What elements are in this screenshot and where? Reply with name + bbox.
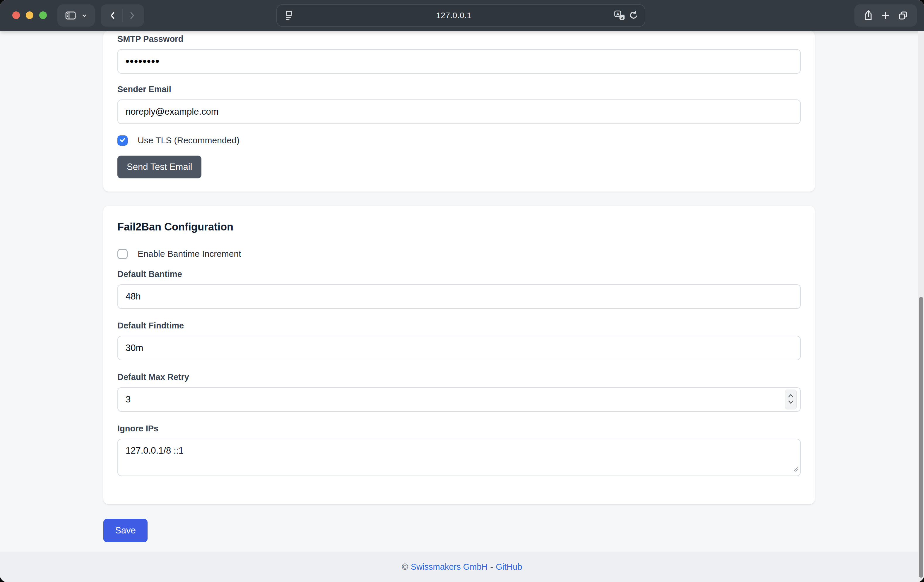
save-button[interactable]: Save xyxy=(103,519,148,542)
use-tls-checkbox[interactable] xyxy=(117,135,128,146)
minimize-window-button[interactable] xyxy=(26,12,33,19)
url-text[interactable]: 127.0.0.1 xyxy=(294,11,614,20)
stepper-up-icon[interactable] xyxy=(787,393,794,399)
smtp-password-label: SMTP Password xyxy=(117,34,801,44)
browser-window: 127.0.0.1 A a xyxy=(0,0,924,582)
send-test-email-button[interactable]: Send Test Email xyxy=(117,156,201,178)
reload-icon[interactable] xyxy=(628,10,639,21)
smtp-password-input[interactable] xyxy=(117,49,801,74)
default-findtime-label: Default Findtime xyxy=(117,321,801,330)
tab-overview-icon[interactable] xyxy=(898,10,908,20)
smtp-settings-card: SMTP Password Sender Email Use TLS (Reco… xyxy=(103,31,815,192)
checkmark-icon xyxy=(119,136,127,145)
scrollbar-track[interactable] xyxy=(918,31,924,582)
default-max-retry-input[interactable] xyxy=(117,387,801,412)
zoom-window-button[interactable] xyxy=(39,12,47,19)
default-bantime-input[interactable] xyxy=(117,284,801,309)
nav-button-group xyxy=(101,4,144,26)
chevron-down-icon xyxy=(81,12,88,19)
svg-text:a: a xyxy=(621,15,623,20)
page-footer: © Swissmakers GmbH - GitHub xyxy=(0,552,924,582)
sender-email-label: Sender Email xyxy=(117,84,801,94)
github-link[interactable]: GitHub xyxy=(496,562,522,572)
toolbar-right-group xyxy=(854,4,917,26)
page-settings-icon[interactable] xyxy=(284,10,294,21)
new-tab-icon[interactable] xyxy=(881,11,890,20)
ignore-ips-label: Ignore IPs xyxy=(117,424,801,433)
default-bantime-label: Default Bantime xyxy=(117,269,801,279)
default-max-retry-label: Default Max Retry xyxy=(117,372,801,382)
back-button[interactable] xyxy=(103,10,122,20)
translate-icon[interactable]: A a xyxy=(614,10,627,21)
sidebar-toggle-button[interactable] xyxy=(58,4,95,26)
address-bar[interactable]: 127.0.0.1 A a xyxy=(276,4,645,26)
fail2ban-title: Fail2Ban Configuration xyxy=(117,220,801,233)
stepper-down-icon[interactable] xyxy=(787,400,794,406)
bantime-increment-checkbox[interactable] xyxy=(117,249,128,259)
browser-toolbar: 127.0.0.1 A a xyxy=(0,0,924,31)
sender-email-input[interactable] xyxy=(117,99,801,124)
fail2ban-card: Fail2Ban Configuration Enable Bantime In… xyxy=(103,206,815,504)
close-window-button[interactable] xyxy=(12,12,20,19)
use-tls-label: Use TLS (Recommended) xyxy=(138,135,239,145)
footer-separator: - xyxy=(490,562,493,572)
company-link[interactable]: Swissmakers GmbH xyxy=(411,562,488,572)
ignore-ips-textarea[interactable]: 127.0.0.1/8 ::1 xyxy=(117,439,801,476)
bantime-increment-label: Enable Bantime Increment xyxy=(138,249,241,259)
forward-button[interactable] xyxy=(123,10,142,20)
number-stepper[interactable] xyxy=(785,390,797,409)
default-findtime-input[interactable] xyxy=(117,336,801,360)
svg-text:A: A xyxy=(616,12,619,16)
resize-handle-icon[interactable] xyxy=(793,467,799,473)
copyright-symbol: © xyxy=(402,562,408,572)
page-content: SMTP Password Sender Email Use TLS (Reco… xyxy=(0,31,924,582)
sidebar-icon xyxy=(64,10,77,21)
share-icon[interactable] xyxy=(863,10,873,21)
scrollbar-thumb[interactable] xyxy=(919,297,923,578)
